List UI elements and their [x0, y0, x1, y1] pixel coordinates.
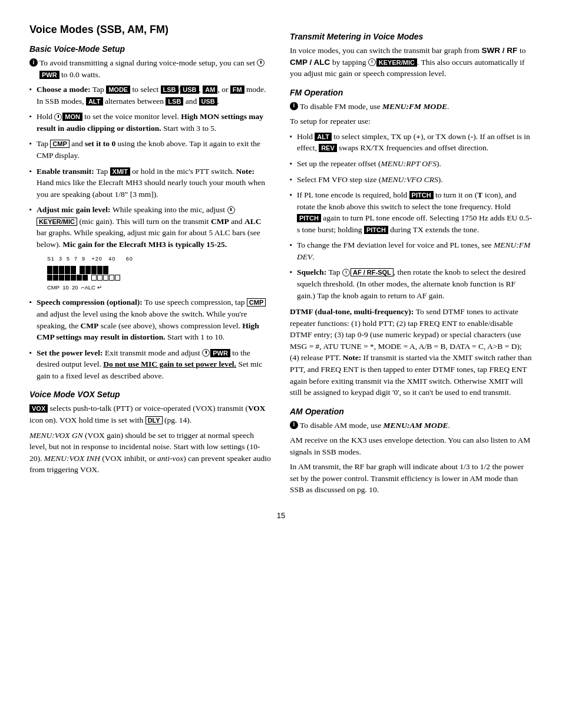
page-container: Voice Modes (SSB, AM, FM) Basic Voice-Mo…: [29, 24, 533, 499]
meter-lower-row: [41, 275, 272, 283]
list-item: Choose a mode: Tap MODE to select LSB/US…: [29, 84, 272, 107]
am-para2: In AM transmit, the RF bar graph will in…: [290, 461, 533, 496]
pitch-kbd3: PITCH: [364, 226, 388, 234]
fm-info-note: i To disable FM mode, use MENU:FM MODE.: [290, 101, 533, 113]
section-transmit-metering-title: Transmit Metering in Voice Modes: [290, 32, 533, 41]
keyer-knob2: [368, 58, 376, 66]
dtmf-title: DTMF (dual-tone, multi-frequency):: [290, 307, 416, 316]
af-rf-sql-kbd: AF / RF-SQL: [351, 268, 394, 276]
list-item: Set up the repeater offset (MENU:RPT OFS…: [290, 158, 533, 170]
lsb-kbd2: LSB: [166, 97, 183, 106]
basic-voice-bullets: Choose a mode: Tap MODE to select LSB/US…: [29, 84, 272, 250]
list-item: Enable transmit: Tap XMIT or hold in the…: [29, 166, 272, 200]
bar: [53, 275, 58, 281]
info-note-1: i To avoid transmitting a signal during …: [29, 57, 272, 80]
fm-setup-label: To setup for repeater use:: [290, 116, 533, 127]
cmp-alc-label: CMP / ALC: [290, 58, 332, 67]
list-item: If PL tone encode is required, hold PITC…: [290, 189, 533, 235]
bar: [91, 266, 97, 274]
af-knob: [342, 269, 350, 276]
pwr-kbd: PWR: [39, 71, 59, 79]
list-item: Tap CMP and set it to 0 using the knob a…: [29, 138, 272, 161]
meter-upper-row: [41, 262, 272, 274]
rev-kbd: REV: [319, 144, 337, 152]
alt-kbd2: ALT: [315, 133, 332, 141]
usb-kbd: USB: [180, 85, 199, 94]
list-item: To change the FM deviation level for voi…: [290, 239, 533, 262]
page-number: 15: [29, 511, 533, 520]
am-para1: AM receive on the KX3 uses envelope dete…: [290, 434, 533, 457]
mon-knob: [54, 113, 62, 121]
mode-kbd: MODE: [106, 85, 130, 94]
section-vox-title: Voice Mode VOX Setup: [29, 390, 272, 399]
bar: [47, 275, 52, 281]
bar: [82, 275, 88, 281]
info-icon-am: i: [290, 421, 298, 429]
list-item: Hold ALT to select simplex, TX up (+), o…: [290, 131, 533, 154]
dtmf-para: DTMF (dual-tone, multi-frequency): To se…: [290, 306, 533, 398]
bar: [115, 275, 120, 281]
bar: [97, 266, 103, 274]
alt-kbd: ALT: [86, 97, 103, 106]
meter-bottom-label: CMP 10 20 ⌐ALC ↵: [41, 284, 272, 291]
pwr-kbd2: PWR: [210, 349, 230, 357]
bar: [77, 275, 82, 281]
info-icon-1: i: [29, 58, 38, 67]
page-title: Voice Modes (SSB, AM, FM): [29, 24, 272, 36]
fm-bullets: Hold ALT to select simplex, TX up (+), o…: [290, 131, 533, 301]
list-item: Hold MON to set the voice monitor level.…: [29, 111, 272, 134]
bar: [59, 266, 64, 274]
right-column: Transmit Metering in Voice Modes In voic…: [290, 24, 533, 499]
pitch-kbd2: PITCH: [297, 214, 321, 222]
bar: [59, 275, 64, 281]
usb-kbd2: USB: [199, 97, 217, 106]
pwr-knob-icon: [257, 59, 265, 67]
am-info-note: i To disable AM mode, use MENU:AM MODE.: [290, 420, 533, 431]
list-item: Select FM VFO step size (MENU:VFO CRS).: [290, 174, 533, 186]
bar: [85, 266, 91, 274]
transmit-metering-para: In voice modes, you can switch the trans…: [290, 45, 533, 80]
am-kbd: AM: [203, 85, 217, 94]
swr-rf-label: SWR / RF: [481, 46, 520, 55]
bar: [80, 266, 85, 274]
info-icon-fm: i: [290, 102, 298, 110]
dly-kbd: DLY: [146, 416, 163, 424]
bar: [103, 275, 108, 281]
pitch-kbd1: PITCH: [409, 191, 434, 199]
section-basic-voice-title: Basic Voice-Mode Setup: [29, 44, 272, 54]
bar: [65, 266, 70, 274]
meter-scale-label: S1 3 5 7 9 +20 40 60: [41, 256, 272, 262]
keyermic-kbd: KEYER/MIC: [37, 218, 77, 226]
section-am-operation-title: AM Operation: [290, 407, 533, 416]
section-fm-operation-title: FM Operation: [290, 88, 533, 97]
list-item: Adjust mic gain level: While speaking in…: [29, 204, 272, 250]
bar: [109, 275, 114, 281]
bar: [65, 275, 70, 281]
basic-voice-bullets2: Speech compression (optional): To use sp…: [29, 297, 272, 381]
bar: [97, 275, 103, 281]
cmp-kbd-outline2: CMP: [247, 298, 266, 307]
pwr-knob2: [202, 349, 210, 357]
keyermic-kbd2: KEYER/MIC: [376, 58, 417, 67]
mon-kbd: MON: [62, 113, 82, 121]
list-item: Set the power level: Exit transmit mode …: [29, 347, 272, 382]
am-menu-label: MENU:AM MODE: [384, 421, 448, 430]
vox-kbd: VOX: [29, 404, 48, 413]
bar: [71, 275, 76, 281]
list-item: Squelch: Tap AF / RF-SQL, then rotate th…: [290, 266, 533, 301]
bar: [53, 266, 58, 274]
fm-kbd: FM: [230, 85, 244, 94]
keyer-knob: [227, 206, 235, 214]
fm-menu-label: MENU:FM MODE: [382, 102, 447, 111]
lsb-kbd: LSB: [161, 85, 178, 94]
meter-graphic: S1 3 5 7 9 +20 40 60: [41, 256, 272, 291]
vox-para2: MENU:VOX GN (VOX gain) should be set to …: [29, 430, 272, 476]
bar: [91, 275, 97, 281]
left-column: Voice Modes (SSB, AM, FM) Basic Voice-Mo…: [29, 24, 272, 499]
xmit-kbd: XMIT: [110, 167, 130, 176]
cmp-kbd-outline: CMP: [50, 140, 69, 148]
list-item: Speech compression (optional): To use sp…: [29, 297, 272, 342]
bar: [71, 266, 76, 274]
bar: [47, 266, 52, 274]
vox-para1: VOX selects push-to-talk (PTT) or voice-…: [29, 403, 272, 426]
